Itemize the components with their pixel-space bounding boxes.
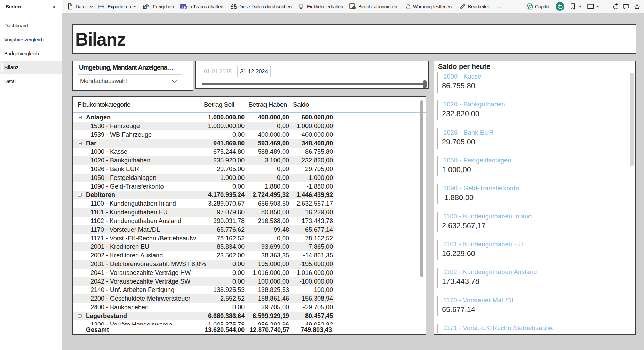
svg-text:T: T — [181, 5, 183, 8]
